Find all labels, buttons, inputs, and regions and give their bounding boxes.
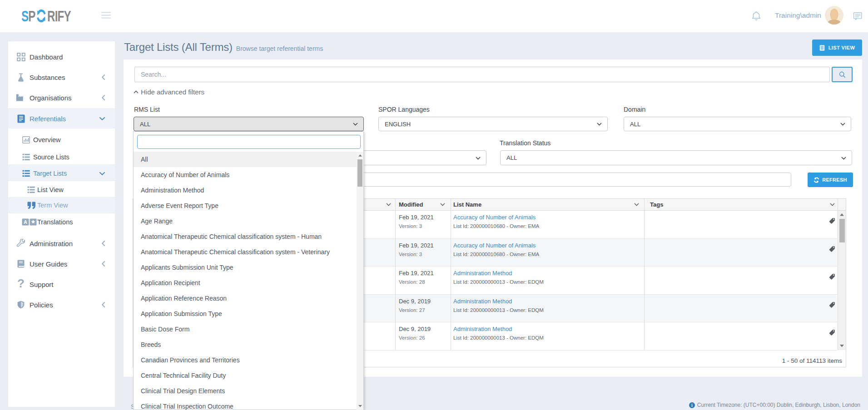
svg-text:A: A xyxy=(24,219,27,225)
